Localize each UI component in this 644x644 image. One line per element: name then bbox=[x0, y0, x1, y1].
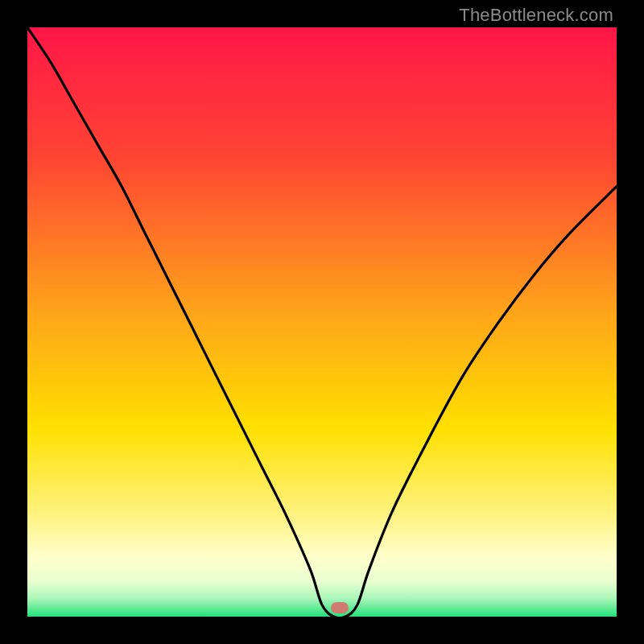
chart-frame: TheBottleneck.com bbox=[0, 0, 644, 644]
optimal-point-marker bbox=[331, 602, 349, 613]
bottleneck-curve bbox=[27, 27, 617, 617]
watermark-text: TheBottleneck.com bbox=[459, 5, 613, 26]
bottleneck-curve-path bbox=[27, 27, 617, 618]
